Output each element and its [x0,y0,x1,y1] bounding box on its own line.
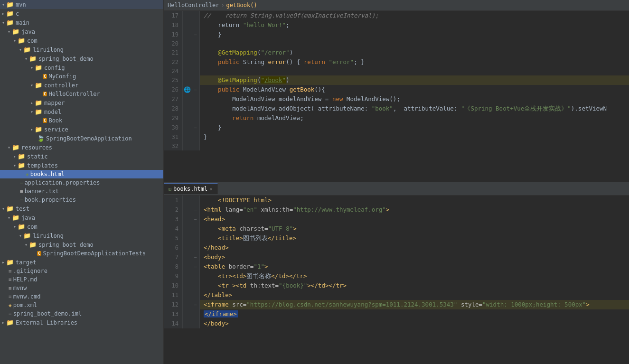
code-content: modelAndView.addObject( attributeName: "… [200,104,629,113]
sidebar-item-model[interactable]: ▾📁model [0,107,163,116]
sidebar-item-resources[interactable]: ▾📁resources [0,143,163,152]
breadcrumb-sep: › [221,2,224,9]
sidebar-item-pom_xml[interactable]: ◈pom.xml [0,301,163,309]
folder-icon-external_libs: 📁 [6,319,14,326]
sidebar-item-books_html[interactable]: ◈books.html [0,170,163,178]
sidebar-item-templates[interactable]: ▾📁templates [0,161,163,170]
sidebar-item-java2[interactable]: ▾📁java [0,213,163,222]
sidebar-item-banner_txt[interactable]: ≡banner.txt [0,187,163,196]
folder-arrow-static: ▸ [13,154,16,159]
gutter-icon [183,57,191,67]
gutter-icon [183,205,191,215]
folder-arrow-external_libs: ▸ [2,320,5,325]
tab-bar: ⊞ books.html ✕ [164,182,629,196]
sidebar-item-mvnw_cmd[interactable]: ≡mvnw.cmd [0,292,163,301]
line-number: 10 [164,281,183,290]
gutter-icon: 🌐 [183,85,191,94]
sidebar-item-com[interactable]: ▾📁com [0,36,163,45]
sidebar-item-SpringBootDemoApplicationTests[interactable]: CSpringBootDemoApplicationTests [0,249,163,258]
sidebar-item-mapper[interactable]: ▸📁mapper [0,98,163,107]
fold-gutter[interactable]: − [191,300,200,309]
sidebar-item-label-com: com [27,37,38,44]
fold-gutter [191,309,200,319]
fold-icon[interactable]: − [194,32,197,37]
sidebar-item-test[interactable]: ▾📁test [0,204,163,213]
sidebar-item-config[interactable]: ▾📁config [0,63,163,72]
sidebar-item-static[interactable]: ▸📁static [0,152,163,161]
file-tree[interactable]: ▾📁mvn▸📁c▾📁main▾📁java▾📁com▾📁liruilong▾📁sp… [0,0,164,364]
top-code-editor[interactable]: 17// return String.valueOf(maxInactiveIn… [164,11,629,182]
fold-gutter [191,48,200,57]
fold-gutter[interactable]: − [191,30,200,39]
fold-icon[interactable]: − [194,207,197,213]
folder-icon-resources: 📁 [12,144,19,151]
sidebar-item-mvnw2[interactable]: ≡mvnw [0,284,163,292]
fold-gutter[interactable]: − [191,252,200,262]
tab-books-html[interactable]: ⊞ books.html ✕ [164,183,218,194]
sidebar-item-spring_boot_demo2[interactable]: ▾📁spring_boot_demo [0,240,163,249]
sidebar-item-label-liruilong2: liruilong [33,233,64,239]
sidebar-item-gitignore[interactable]: ≡.gitignore [0,267,163,275]
sidebar-item-mvn[interactable]: ▾📁mvn [0,0,163,9]
folder-icon-com2: 📁 [18,223,25,230]
sidebar-item-book_properties[interactable]: ≡book.properties [0,196,163,204]
code-line-top-30: 30− } [164,123,629,132]
line-number: 22 [164,57,183,67]
fold-icon[interactable]: − [194,125,197,131]
sidebar-item-liruilong2[interactable]: ▾📁liruilong [0,231,163,240]
fold-gutter[interactable]: − [191,262,200,271]
sidebar-item-service[interactable]: ▸📁service [0,125,163,134]
fold-icon[interactable]: − [194,264,197,270]
sidebar-item-liruilong[interactable]: ▾📁liruilong [0,45,163,54]
code-content: <head> [200,215,629,224]
gutter-icon [183,281,191,290]
folder-arrow-main: ▾ [2,20,5,25]
fold-gutter[interactable]: − [191,85,200,94]
sidebar-item-external_libs[interactable]: ▸📁External Libraries [0,318,163,327]
sidebar-item-main[interactable]: ▾📁main [0,18,163,27]
sidebar-item-com2[interactable]: ▾📁com [0,222,163,231]
gutter-icon [183,233,191,243]
gutter-icon [183,20,191,30]
fold-icon[interactable]: − [194,87,197,93]
sidebar-item-spring_boot_demo_iml[interactable]: ≡spring_boot_demo.iml [0,309,163,318]
sidebar-item-java[interactable]: ▾📁java [0,27,163,36]
fold-icon[interactable]: − [194,255,197,260]
fold-gutter [191,39,200,48]
fold-gutter [191,57,200,67]
fold-gutter[interactable]: − [191,205,200,215]
code-line-bottom-14: 14</body> [164,319,629,328]
sidebar-item-target[interactable]: ▸📁target [0,258,163,267]
fold-gutter[interactable]: − [191,123,200,132]
sidebar-item-label-java2: java [21,215,35,221]
gutter-icon [183,252,191,262]
sidebar-item-controller[interactable]: ▾📁controller [0,81,163,90]
line-number: 32 [164,142,183,150]
sidebar-item-Book[interactable]: CBook [0,116,163,125]
code-line-bottom-4: 4 <meta charset="UTF-8"> [164,224,629,233]
top-editor-panel: HelloController › getBook() 17// return … [164,0,629,182]
sidebar-item-label-model: model [44,109,61,115]
line-number: 5 [164,233,183,243]
sidebar-item-MyConfig[interactable]: CMyConfig [0,72,163,81]
sidebar-item-HELP_md[interactable]: ≡HELP.md [0,275,163,284]
sidebar-item-application_properties[interactable]: ≡application.properties [0,178,163,187]
gutter-icon [183,67,191,75]
sidebar-item-c[interactable]: ▸📁c [0,9,163,18]
tab-close-button[interactable]: ✕ [209,186,213,192]
bottom-code-editor[interactable]: 1 <!DOCTYPE html>2−<html lang="en" xmlns… [164,196,629,364]
fold-gutter[interactable]: − [191,215,200,224]
sidebar-item-HelloController[interactable]: CHelloController [0,90,163,98]
sidebar-item-SpringBootDemoApplication[interactable]: 🍃SpringBootDemoApplication [0,134,163,143]
code-content: public ModelAndView getBook(){ [200,85,629,94]
code-content: <tr><td>图书名称</td></tr> [200,271,629,281]
line-number: 24 [164,67,183,75]
fold-icon[interactable]: − [194,217,197,222]
sidebar-item-label-SpringBootDemoApplicationTests: SpringBootDemoApplicationTests [43,250,146,257]
sidebar-item-spring_boot_demo[interactable]: ▾📁spring_boot_demo [0,54,163,63]
gutter-icon [183,132,191,142]
sidebar-item-label-config: config [44,65,65,71]
folder-arrow-java: ▾ [8,29,10,34]
folder-icon-main: 📁 [6,19,14,26]
fold-icon[interactable]: − [194,302,197,308]
